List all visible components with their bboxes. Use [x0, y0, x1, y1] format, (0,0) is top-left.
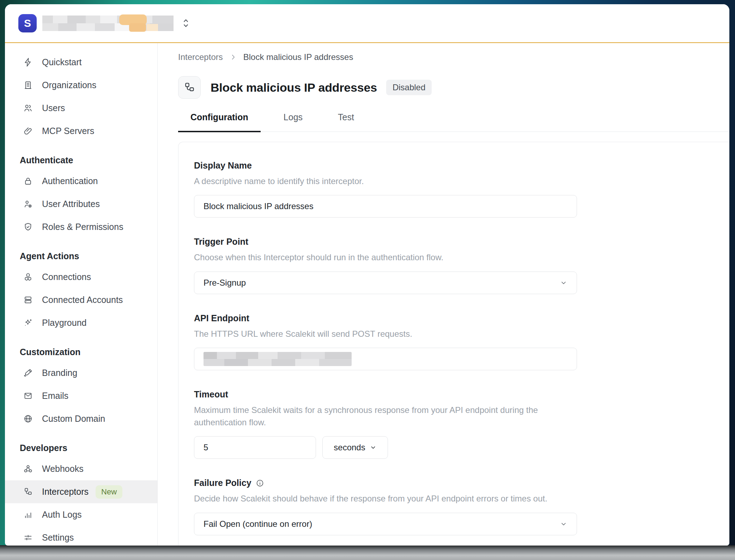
api-endpoint-label: API Endpoint — [194, 313, 729, 323]
sidebar-item-emails[interactable]: Emails — [5, 384, 157, 407]
interceptor-title-iconbox — [178, 76, 201, 99]
redaction-block — [42, 16, 174, 23]
sidebar-item-label: Settings — [42, 532, 74, 543]
sidebar-item-label: Auth Logs — [42, 510, 82, 520]
sidebar-item-label: Quickstart — [42, 57, 82, 67]
configuration-card: Display Name A descriptive name to ident… — [178, 142, 729, 546]
sidebar: Quickstart Organizations Users — [5, 43, 158, 546]
paintbrush-icon — [23, 368, 33, 378]
sidebar-section-agent-actions: Agent Actions — [5, 238, 157, 266]
info-icon[interactable] — [256, 479, 264, 487]
sidebar-item-label: Roles & Permissions — [42, 222, 123, 232]
desk-surface — [0, 545, 735, 560]
breadcrumb: Interceptors Block malicious IP addresse… — [178, 52, 729, 62]
shield-check-icon — [23, 222, 33, 232]
sidebar-item-label: Playground — [42, 318, 86, 328]
workspace-logo: S — [18, 14, 37, 32]
sidebar-section-customization: Customization — [5, 334, 157, 361]
display-name-help: A descriptive name to identify this inte… — [194, 175, 578, 187]
sidebar-section-authenticate: Authenticate — [5, 142, 157, 170]
sidebar-item-interceptors[interactable]: Interceptors New — [5, 480, 157, 503]
breadcrumb-interceptors[interactable]: Interceptors — [178, 52, 223, 62]
sidebar-item-quickstart[interactable]: Quickstart — [5, 51, 157, 74]
cubes-icon — [23, 272, 33, 282]
sidebar-item-auth-logs[interactable]: Auth Logs — [5, 503, 157, 526]
sidebar-item-label: Connections — [42, 272, 91, 282]
interceptor-icon — [23, 487, 33, 497]
sidebar-item-roles-permissions[interactable]: Roles & Permissions — [5, 215, 157, 238]
sidebar-item-connected-accounts[interactable]: Connected Accounts — [5, 288, 157, 311]
sidebar-item-webhooks[interactable]: Webhooks — [5, 457, 157, 480]
sidebar-item-label: Webhooks — [42, 464, 84, 474]
sidebar-item-label: User Attributes — [42, 199, 100, 209]
sidebar-item-settings[interactable]: Settings — [5, 526, 157, 546]
timeout-field: Timeout Maximum time Scalekit waits for … — [194, 389, 729, 459]
tab-logs[interactable]: Logs — [271, 112, 315, 132]
timeout-unit-select[interactable]: seconds — [322, 436, 388, 459]
sidebar-item-organizations[interactable]: Organizations — [5, 74, 157, 97]
sidebar-item-user-attributes[interactable]: User Attributes — [5, 193, 157, 215]
sidebar-item-label: Users — [42, 103, 65, 113]
api-endpoint-input[interactable] — [194, 348, 577, 370]
users-icon — [23, 103, 33, 113]
interceptor-icon — [183, 81, 195, 93]
sidebar-item-label: Emails — [42, 391, 68, 401]
building-icon — [23, 80, 33, 90]
page-header: Block malicious IP addresses Disabled — [178, 76, 729, 99]
chevron-down-icon — [560, 279, 567, 287]
trigger-point-value: Pre-Signup — [204, 278, 246, 288]
trigger-point-select[interactable]: Pre-Signup — [194, 272, 577, 294]
tab-bar: Configuration Logs Test — [178, 112, 729, 132]
api-endpoint-help: The HTTPS URL where Scalekit will send P… — [194, 328, 578, 340]
display-name-label: Display Name — [194, 160, 729, 171]
sidebar-section-developers: Developers — [5, 430, 157, 457]
timeout-unit-value: seconds — [334, 443, 365, 452]
desktop-background: S Quickstart — [0, 0, 735, 560]
failure-policy-select[interactable]: Fail Open (continue on error) — [194, 513, 577, 535]
stacked-cards-icon — [23, 295, 33, 305]
timeout-label: Timeout — [194, 389, 729, 400]
webhook-icon — [23, 464, 33, 474]
timeout-help: Maximum time Scalekit waits for a synchr… — [194, 404, 578, 429]
lock-icon — [23, 176, 33, 186]
chevron-down-icon — [560, 520, 567, 528]
top-bar: S — [5, 4, 729, 43]
sparkles-icon — [23, 318, 33, 328]
display-name-field: Display Name A descriptive name to ident… — [194, 160, 729, 218]
failure-policy-field: Failure Policy Decide how Scalekit shoul… — [194, 478, 729, 535]
sidebar-item-label: Interceptors — [42, 487, 89, 497]
sidebar-item-branding[interactable]: Branding — [5, 361, 157, 384]
sidebar-item-label: Custom Domain — [42, 414, 105, 424]
sidebar-item-users[interactable]: Users — [5, 97, 157, 120]
sidebar-item-custom-domain[interactable]: Custom Domain — [5, 407, 157, 430]
zap-icon — [23, 57, 33, 67]
app-window: S Quickstart — [5, 4, 729, 546]
failure-policy-label: Failure Policy — [194, 478, 251, 488]
chevron-down-icon — [370, 444, 377, 451]
sliders-icon — [23, 533, 33, 542]
display-name-input[interactable] — [194, 195, 577, 218]
sidebar-item-authentication[interactable]: Authentication — [5, 170, 157, 193]
api-endpoint-field: API Endpoint The HTTPS URL where Scaleki… — [194, 313, 729, 370]
new-badge: New — [96, 485, 122, 499]
workspace-switcher-chevron-icon[interactable] — [181, 17, 191, 29]
trigger-point-label: Trigger Point — [194, 237, 729, 247]
page-title: Block malicious IP addresses — [211, 81, 377, 95]
timeout-inputs: seconds — [194, 428, 729, 459]
sidebar-item-mcp-servers[interactable]: MCP Servers — [5, 120, 157, 142]
sidebar-item-label: Branding — [42, 368, 77, 378]
breadcrumb-current: Block malicious IP addresses — [243, 52, 353, 62]
workspace-name-redacted — [42, 16, 174, 31]
sidebar-item-connections[interactable]: Connections — [5, 266, 157, 288]
chevron-right-icon — [229, 53, 237, 61]
sidebar-item-label: MCP Servers — [42, 126, 94, 136]
envelope-icon — [23, 391, 33, 401]
sidebar-item-label: Connected Accounts — [42, 295, 123, 305]
tab-configuration[interactable]: Configuration — [178, 112, 261, 132]
timeout-value-input[interactable] — [194, 436, 316, 459]
api-endpoint-value-redacted — [204, 352, 352, 366]
redaction-highlight — [129, 23, 146, 32]
tab-test[interactable]: Test — [326, 112, 366, 132]
sidebar-item-playground[interactable]: Playground — [5, 311, 157, 334]
sidebar-item-label: Authentication — [42, 176, 98, 186]
